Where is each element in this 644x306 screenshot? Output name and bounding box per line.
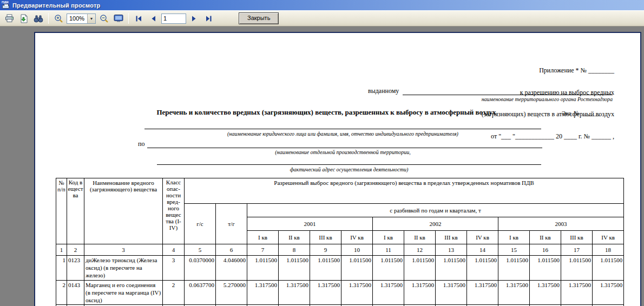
year-header: 2002 xyxy=(373,217,498,231)
first-page-icon xyxy=(135,15,142,22)
quarter-header: III кв xyxy=(561,231,593,244)
po-row: по xyxy=(138,140,542,148)
cell-quarter: 1.011500 xyxy=(467,256,498,281)
col-number: 8 xyxy=(279,244,310,256)
issued-to-caption: наименование территориального органа Рос… xyxy=(482,96,613,102)
cell-quarter: 1.011500 xyxy=(341,256,373,281)
printer-icon xyxy=(5,14,14,23)
window-title: Предварительный просмотр xyxy=(12,2,100,9)
col-header-pdv: Разрешенный выброс вредного (загрязняюще… xyxy=(185,178,624,204)
print-preview-window: ПДВ Предварительный просмотр xyxy=(0,0,644,306)
col-header-name: Наименование вредного (загрязняющего) ве… xyxy=(84,178,163,244)
col-number: 10 xyxy=(341,244,373,256)
next-page-button[interactable] xyxy=(188,12,201,25)
po-label: по xyxy=(138,140,144,148)
col-number: 3 xyxy=(84,244,163,256)
quarter-header: I кв xyxy=(373,231,404,244)
zoom-out-button[interactable] xyxy=(97,12,110,25)
cell-num: 2 xyxy=(56,281,67,305)
toolbar: 100% ▼ xyxy=(0,10,644,26)
last-page-button[interactable] xyxy=(202,12,215,25)
col-number: 2 xyxy=(67,244,84,256)
find-button[interactable] xyxy=(32,12,45,25)
page-number-input[interactable] xyxy=(161,14,186,24)
titlebar: ПДВ Предварительный просмотр xyxy=(0,0,644,10)
cell-class: 3 xyxy=(163,256,185,281)
quarter-header: II кв xyxy=(279,231,310,244)
col-number: 9 xyxy=(310,244,341,256)
cell-quarter: 1.317500 xyxy=(593,281,624,305)
cell-code: 0123 xyxy=(67,256,84,281)
issued-to-row: выданному xyxy=(368,87,613,95)
col-number: 4 xyxy=(163,244,185,256)
col-number: 7 xyxy=(247,244,279,256)
cell-quarter: 1.011500 xyxy=(498,256,530,281)
fill-in-line xyxy=(144,129,541,129)
cell-quarter: 1.011500 xyxy=(404,256,436,281)
year-header: 2003 xyxy=(498,217,624,231)
cell-quarter: 1.317500 xyxy=(310,281,341,305)
col-header-code: Код вещества xyxy=(67,178,84,244)
col-number: 18 xyxy=(593,244,624,256)
full-page-view-button[interactable] xyxy=(112,12,125,25)
zoom-level-select[interactable]: 100% ▼ xyxy=(67,14,96,24)
chevron-down-icon[interactable]: ▼ xyxy=(87,14,95,23)
col-number: 11 xyxy=(373,244,404,256)
appendix-line: Приложение * № ________ xyxy=(482,67,614,75)
col-number: 17 xyxy=(561,244,593,256)
monitor-icon xyxy=(114,14,123,23)
table-row: 1 0123 диЖелезо триоксид (Железа оксид) … xyxy=(56,256,624,281)
document-page: Приложение * № ________ к разрешению на … xyxy=(34,32,641,306)
cell-quarter: 1.011500 xyxy=(593,256,624,281)
col-number: 12 xyxy=(404,244,436,256)
cell-quarter: 1.317500 xyxy=(404,281,436,305)
territory-caption: (наименование отдельной производственной… xyxy=(144,149,541,155)
zoom-out-icon xyxy=(100,14,109,23)
quarter-header: I кв xyxy=(498,231,530,244)
cell-quarter: 1.317500 xyxy=(279,281,310,305)
cell-tg: 4.046000 xyxy=(216,256,247,281)
next-page-icon xyxy=(191,15,198,22)
quarter-header: IV кв xyxy=(341,231,373,244)
toolbar-separator xyxy=(48,13,49,24)
cell-name: Марганец и его соединения (в пересчете н… xyxy=(84,281,163,305)
quarter-header: II кв xyxy=(530,231,561,244)
cell-quarter: 1.317500 xyxy=(436,281,467,305)
quarter-header: II кв xyxy=(404,231,436,244)
legal-entity-caption: (наименование юридического лица или фами… xyxy=(144,131,541,137)
close-button[interactable]: Закрыть xyxy=(239,12,279,24)
cell-quarter: 1.317500 xyxy=(530,281,561,305)
emissions-table-wrapper: № п/п Код вещества Наименование вредного… xyxy=(56,178,624,306)
quarter-header: III кв xyxy=(310,231,341,244)
fill-in-line xyxy=(157,164,541,165)
col-number: 6 xyxy=(216,244,247,256)
emissions-table: № п/п Код вещества Наименование вредного… xyxy=(56,178,624,306)
print-button[interactable] xyxy=(3,12,16,25)
cell-class: 2 xyxy=(163,281,185,305)
col-number: 16 xyxy=(530,244,561,256)
first-page-button[interactable] xyxy=(132,12,145,25)
previous-page-button[interactable] xyxy=(147,12,160,25)
binoculars-icon xyxy=(34,15,43,23)
quarter-header: IV кв xyxy=(593,231,624,244)
col-number: 1 xyxy=(56,244,67,256)
document-title: Перечень и количество вредных (загрязняю… xyxy=(56,108,597,117)
col-header-class: Класс опас- ности вред- ного вещес тва (… xyxy=(163,178,185,244)
year-header: 2001 xyxy=(247,217,373,231)
page-setup-button[interactable] xyxy=(17,12,30,25)
cell-quarter: 1.317500 xyxy=(561,281,593,305)
cell-gs: 0.0370000 xyxy=(185,256,216,281)
col-header-num: № п/п xyxy=(56,178,67,244)
cell-code: 0143 xyxy=(67,281,84,305)
cell-num: 1 xyxy=(56,256,67,281)
address-caption: фактический адрес осуществления деятельн… xyxy=(157,167,541,172)
copy-number-label: Экз. № ______ xyxy=(562,110,600,116)
zoom-in-button[interactable] xyxy=(52,12,65,25)
cell-gs: 0.0637700 xyxy=(185,281,216,305)
cell-quarter: 1.317500 xyxy=(467,281,498,305)
quarter-header: IV кв xyxy=(467,231,498,244)
quarter-header: III кв xyxy=(436,231,467,244)
appendix-block: Приложение * № ________ к разрешению на … xyxy=(482,52,614,155)
cell-name: диЖелезо триоксид (Железа оксид) (в пере… xyxy=(84,256,163,281)
col-header-gs: г/с xyxy=(185,204,216,244)
